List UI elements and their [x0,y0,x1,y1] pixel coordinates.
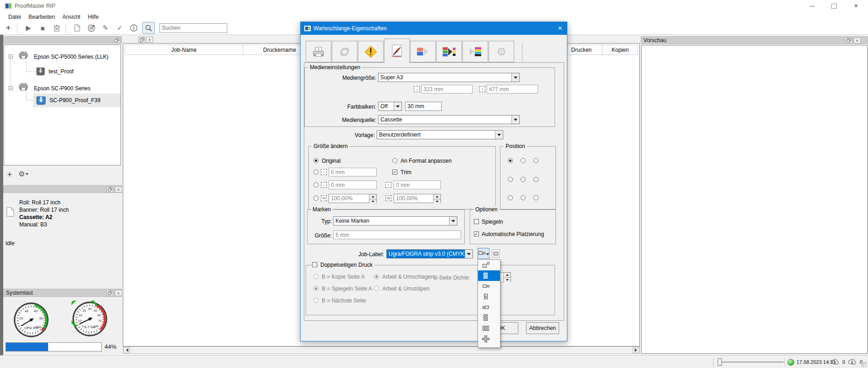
marks-size-field[interactable]: 5 mm [333,231,461,239]
media-size-combo[interactable]: Super A3 [378,73,520,82]
info-button[interactable] [128,22,140,33]
chevron-down-icon[interactable] [511,73,519,82]
tab-settings[interactable]: ⚙ [489,41,514,62]
label-option-button[interactable] [492,249,500,258]
media-source-combo[interactable]: Cassette [378,115,520,124]
resize-width-field[interactable]: 0 mm [329,168,377,176]
spin-down[interactable] [369,199,376,204]
menu-ansicht[interactable]: Ansicht [59,13,84,21]
cancel-button[interactable]: Abbrechen [526,322,559,334]
new-job-button[interactable] [71,22,83,33]
radio-work-and-tumble-label[interactable]: Arbeit & Umstülpen [382,286,429,292]
radio-fit-format-label[interactable]: An Format anpassen [401,158,451,164]
menu-hilfe[interactable]: Hilfe [84,13,102,21]
zoom-slider-track[interactable] [718,362,784,363]
minimize-button[interactable] [802,0,823,12]
chevron-down-icon[interactable] [394,102,401,110]
tab-page-setup-active[interactable] [384,38,410,63]
label-pos-option-top[interactable] [478,291,500,302]
colorbar-combo[interactable]: Off [378,102,402,111]
label-pos-option-stack-horizontal[interactable] [478,323,500,334]
search-input[interactable] [159,23,227,33]
radio-width2[interactable] [313,182,319,187]
tree-expander[interactable]: − [9,86,13,90]
tree-item-printer1[interactable]: Epson SC-P5000 Series (LLK) [34,54,109,60]
tab-color-conversion[interactable] [436,41,462,62]
label-pos-option-right[interactable] [478,281,500,291]
radio-original-label[interactable]: Original [322,158,341,164]
column-header-kopien[interactable]: Kopien [603,44,638,55]
radio-original[interactable] [313,158,319,163]
menu-bearbeiten[interactable]: Bearbeiten [25,13,59,21]
label-pos-option-bottom[interactable] [478,270,500,281]
tab-color-output[interactable] [410,41,436,62]
close-panel-button[interactable]: × [146,37,153,43]
chevron-down-icon[interactable] [495,131,503,139]
label-pos-option-left[interactable] [478,302,500,313]
radio-fit-format[interactable] [392,158,397,163]
float-panel-button[interactable] [106,187,113,192]
close-button[interactable]: × [846,0,867,12]
dialog-titlebar[interactable]: Warteschlange-Eigenschaften × [301,22,567,35]
position-radio-top-right[interactable] [533,158,538,163]
search-button[interactable] [142,22,155,34]
radio-work-and-turn-label[interactable]: Arbeit & Umschlagen [382,274,434,280]
resize-grip[interactable] [861,362,867,368]
add-button[interactable]: + [2,22,14,33]
scroll-left-button[interactable] [123,347,130,353]
radio-next-page-label[interactable]: B = Nächste Seite [322,297,366,304]
resize-width2-field[interactable]: 0 mm [329,181,377,189]
check-button[interactable]: ✓ [114,22,126,33]
float-panel-button[interactable] [138,37,145,43]
float-panel-button[interactable] [845,38,852,44]
position-radio-top-center[interactable] [521,158,526,163]
spin-up[interactable] [369,194,376,199]
tree-item-queue1[interactable]: test_Proof [49,68,74,75]
position-radio-bottom-center[interactable] [521,195,526,200]
resize-height-field[interactable]: 0 mm [394,181,441,189]
checkbox-autoplace-label[interactable]: Automatische Platzierung [482,231,544,237]
label-pos-option-around[interactable] [478,334,500,344]
position-radio-mid-right[interactable] [533,177,538,182]
media-height-field[interactable]: 477 mm [487,85,538,93]
float-panel-button[interactable] [113,37,120,43]
spin-down[interactable] [504,278,511,282]
close-panel-button[interactable]: × [854,38,861,44]
menu-datei[interactable]: Datei [5,13,25,21]
scale-y-spinner[interactable]: 100,00% [394,194,441,203]
radio-copy-side-a-label[interactable]: B = Kopie Seite A [322,274,365,280]
checkbox-duplex[interactable] [312,262,317,267]
label-pos-option-top-right[interactable] [478,260,500,270]
template-combo[interactable]: Benutzerdefiniert [377,130,503,139]
chevron-down-icon[interactable] [449,217,457,225]
colorbar-width-field[interactable]: 30 mm [405,102,442,111]
stop-button[interactable]: ■ [37,22,49,33]
delete-button[interactable] [51,22,63,33]
radio-work-and-turn[interactable] [374,274,379,279]
checkbox-trim[interactable] [392,170,397,175]
label-position-button[interactable] [478,248,489,259]
position-radio-mid-center[interactable] [521,177,526,182]
close-panel-button[interactable]: × [115,290,122,296]
position-radio-mid-left[interactable] [508,177,513,182]
checkbox-trim-label[interactable]: Trim [401,169,412,176]
position-radio-bottom-left[interactable] [508,195,513,200]
chevron-down-icon[interactable] [465,250,472,258]
chevron-down-icon[interactable] [511,115,519,124]
checkbox-autoplace[interactable] [474,231,479,236]
radio-next-page[interactable] [313,298,319,303]
radio-work-and-tumble[interactable] [374,286,379,291]
job-label-combo[interactable]: Ugra/FOGRA strip v3.0 (CMYK) [386,249,473,258]
edit-button[interactable]: ✎ [99,22,111,33]
close-panel-button[interactable]: × [115,187,122,192]
spin-up[interactable] [504,273,511,278]
radio-width[interactable] [313,170,319,175]
tab-workflow[interactable] [332,41,357,62]
add-printer-button[interactable]: + [5,170,15,180]
media-width-field[interactable]: 323 mm [421,85,472,93]
job-list-hscrollbar[interactable] [123,346,640,354]
checkbox-mirror[interactable] [474,219,479,224]
start-button[interactable]: ▶ [22,22,34,33]
printer-settings-button[interactable]: ⚙ [18,170,30,180]
spin-down[interactable] [434,199,440,204]
